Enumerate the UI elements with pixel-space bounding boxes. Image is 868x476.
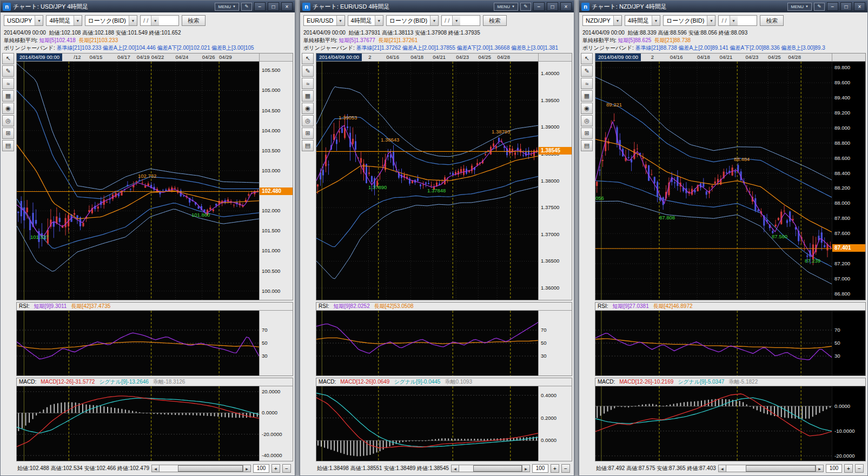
scrollbar-thumb[interactable] [178,465,243,472]
timeframe-select[interactable]: 4時間足▼ [625,15,660,26]
indicator-tool-button[interactable]: ≈ [302,78,314,89]
layout-tool-button[interactable]: ▤ [302,140,314,151]
layout-tool-button[interactable]: ▤ [581,140,593,151]
pair-select[interactable]: USD/JPY▼ [4,15,43,26]
search-button[interactable]: 検索 [760,15,784,26]
scrollbar-track[interactable] [459,465,522,472]
edit-icon-button[interactable]: ✎ [520,3,531,11]
titlebar[interactable]: n チャート: EUR/USD 4時間足 MENU▼ ✎ − □ × [300,1,574,12]
rsi-tick: 30 [834,353,840,359]
menu-button[interactable]: MENU▼ [787,3,812,11]
print-tool-button[interactable]: ⊞ [581,128,593,139]
draw-tool-button[interactable]: ✎ [581,65,593,77]
rsi-plot-row: 705030 [316,311,572,376]
view-tool-button[interactable]: ◎ [2,115,14,126]
scrollbar-thumb[interactable] [746,465,816,472]
chart-type-select[interactable]: ローソク(BID)▼ [663,15,715,26]
minimize-button[interactable]: − [827,2,838,11]
price-tick: 104.000 [262,128,280,133]
minimize-button[interactable]: − [533,2,545,11]
scrollbar-track[interactable] [726,465,816,472]
titlebar[interactable]: n チャート: USD/JPY 4時間足 MENU▼ ✎ − □ × [1,1,295,12]
scrollbar-track[interactable] [160,465,243,472]
date-tick: 04/18 [697,53,710,61]
chevron-down-icon: ▼ [452,16,460,25]
zoom-in-button[interactable]: + [551,464,559,473]
macd-tick: -10.0000 [834,428,855,434]
date-axis-strip: 2014/04/09 00:00 204/1604/1804/2104/2304… [595,53,865,62]
date-input[interactable]: / /▼ [140,15,179,26]
rsi-chart[interactable] [316,311,538,376]
chart-scrollbar[interactable]: ◀ ▶ [151,465,251,472]
x-axis-labels: 2014/04/09 00:00 204/1604/1804/2104/2304… [316,53,538,61]
macd-chart[interactable] [595,386,832,461]
candle-style-tool-button[interactable]: ▦ [302,90,314,102]
pointer-tool-button[interactable]: ↖ [2,53,14,64]
candlestick-chart[interactable]: 05689.22188.48487.80887.56087.239 [595,62,832,300]
maximize-button[interactable]: □ [268,2,279,11]
candle-style-tool-button[interactable]: ▦ [581,90,593,102]
chart-scrollbar[interactable]: ◀ ▶ [718,465,824,472]
macd-chart[interactable] [17,386,259,461]
zoom-in-button[interactable]: + [844,464,853,473]
indicator-tool-button[interactable]: ≈ [2,78,14,89]
print-tool-button[interactable]: ⊞ [2,128,14,139]
print-tool-button[interactable]: ⊞ [302,128,314,139]
scroll-right-button[interactable]: ▶ [243,465,251,472]
indicator-tool-button[interactable]: ≈ [581,78,593,89]
date-input[interactable]: / /▼ [718,15,757,26]
scroll-right-button[interactable]: ▶ [522,465,530,472]
macd-chart[interactable] [316,386,538,461]
candle-style-tool-button[interactable]: ▦ [2,90,14,102]
candlestick-chart[interactable]: 1.390531.386431.387931.378901.37848 [316,62,538,300]
scroll-right-button[interactable]: ▶ [816,465,824,472]
scrollbar-thumb[interactable] [473,465,522,472]
search-button[interactable]: 検索 [182,15,206,26]
maximize-button[interactable]: □ [840,2,852,11]
current-price-badge: 102.480 [260,187,293,195]
crosshair-tool-button[interactable]: ◉ [581,103,593,114]
date-input[interactable]: / /▼ [441,15,480,26]
rsi-chart[interactable] [595,311,832,376]
minimize-button[interactable]: − [254,2,266,11]
crosshair-tool-button[interactable]: ◉ [2,103,14,114]
zoom-in-button[interactable]: + [271,464,280,473]
sma-info-row: 単純移動平均: 短期[5]102.418 長期[21]103.233 [4,37,291,44]
pointer-tool-button[interactable]: ↖ [581,53,593,64]
zoom-out-button[interactable]: − [855,464,864,473]
date-value: / / [445,17,449,24]
menu-button[interactable]: MENU▼ [494,3,518,11]
menu-button[interactable]: MENU▼ [215,3,239,11]
pair-select[interactable]: NZD/JPY▼ [582,15,622,26]
view-tool-button[interactable]: ◎ [302,115,314,126]
zoom-out-button[interactable]: − [561,464,570,473]
view-tool-button[interactable]: ◎ [581,115,593,126]
chart-type-select[interactable]: ローソク(BID)▼ [85,15,137,26]
candlestick-chart[interactable]: 102.732101.860101.327 [17,62,259,300]
draw-tool-button[interactable]: ✎ [2,65,14,77]
crosshair-tool-button[interactable]: ◉ [302,103,314,114]
titlebar[interactable]: n チャート: NZD/JPY 4時間足 MENU▼ ✎ − □ × [579,1,867,12]
maximize-button[interactable]: □ [547,2,558,11]
pointer-tool-button[interactable]: ↖ [302,53,314,64]
close-button[interactable]: × [281,2,293,11]
scroll-left-button[interactable]: ◀ [718,465,726,472]
timeframe-select[interactable]: 4時間足▼ [46,15,82,26]
search-button[interactable]: 検索 [483,15,507,26]
pair-select[interactable]: EUR/USD▼ [303,15,345,26]
close-button[interactable]: × [854,2,865,11]
chart-type-select[interactable]: ローソク(BID)▼ [386,15,439,26]
timeframe-select[interactable]: 4時間足▼ [348,15,383,26]
rsi-tick: 30 [262,353,268,359]
rsi-chart[interactable] [17,311,259,376]
edit-icon-button[interactable]: ✎ [814,3,825,11]
scroll-left-button[interactable]: ◀ [151,465,160,472]
chart-scrollbar[interactable]: ◀ ▶ [451,465,530,472]
zoom-out-button[interactable]: − [282,464,291,473]
edit-icon-button[interactable]: ✎ [241,3,252,11]
layout-tool-button[interactable]: ▤ [2,140,14,151]
draw-tool-button[interactable]: ✎ [302,65,314,77]
close-button[interactable]: × [560,2,572,11]
date-value: / / [143,17,148,24]
scroll-left-button[interactable]: ◀ [451,465,459,472]
